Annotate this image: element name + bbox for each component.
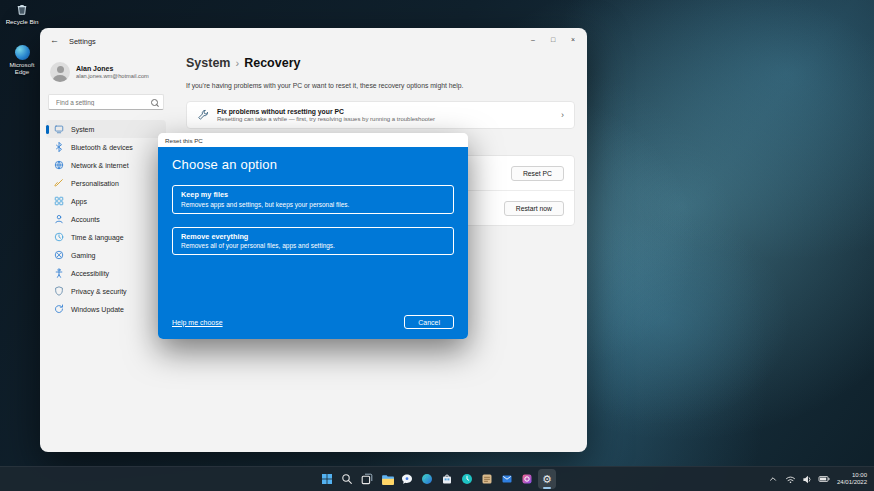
- back-button[interactable]: ←: [50, 36, 59, 45]
- taskbar-icons: ⚙: [318, 467, 556, 491]
- sidebar-item-label: Bluetooth & devices: [71, 144, 133, 151]
- profile-name: Alan Jones: [76, 65, 149, 73]
- reset-this-pc-dialog: Reset this PC Choose an option Keep my f…: [158, 133, 468, 339]
- chevron-right-icon: ›: [235, 57, 239, 69]
- accessibility-icon: [54, 268, 64, 278]
- sidebar-item-label: Network & internet: [71, 162, 129, 169]
- bluetooth-icon: [54, 142, 64, 152]
- sidebar-item-bluetooth-devices[interactable]: Bluetooth & devices: [46, 138, 166, 156]
- photos-app-icon[interactable]: [518, 469, 536, 489]
- start-button[interactable]: [318, 469, 336, 489]
- chevron-right-icon: ›: [561, 110, 564, 120]
- help-me-choose-link[interactable]: Help me choose: [172, 319, 223, 326]
- sidebar-item-label: Gaming: [71, 252, 96, 259]
- sidebar-item-privacy-security[interactable]: Privacy & security: [46, 282, 166, 300]
- card-title: Fix problems without resetting your PC: [217, 108, 553, 115]
- clock-app-icon[interactable]: [458, 469, 476, 489]
- edge-icon: [14, 44, 30, 60]
- settings-sidebar: Alan Jones alan.jones.wm@hotmail.com Sys…: [40, 52, 172, 452]
- clock-icon: [54, 232, 64, 242]
- sidebar-item-network-internet[interactable]: Network & internet: [46, 156, 166, 174]
- profile-email: alan.jones.wm@hotmail.com: [76, 73, 149, 80]
- sidebar-item-label: System: [71, 126, 94, 133]
- window-controls: – □ ×: [523, 32, 583, 46]
- sidebar-item-time-language[interactable]: Time & language: [46, 228, 166, 246]
- sidebar-item-label: Accounts: [71, 216, 100, 223]
- fix-problems-card[interactable]: Fix problems without resetting your PC R…: [186, 101, 575, 129]
- page-title: Recovery: [244, 56, 300, 70]
- sidebar-item-label: Accessibility: [71, 270, 109, 277]
- dialog-heading: Choose an option: [172, 157, 454, 172]
- maximize-button[interactable]: □: [543, 32, 563, 46]
- minimize-button[interactable]: –: [523, 32, 543, 46]
- desktop-icon-recycle-bin[interactable]: Recycle Bin: [2, 1, 42, 25]
- sidebar-item-windows-update[interactable]: Windows Update: [46, 300, 166, 318]
- person-icon: [54, 214, 64, 224]
- brush-icon: [54, 178, 64, 188]
- desktop-icon-microsoft-edge[interactable]: Microsoft Edge: [2, 44, 42, 75]
- sidebar-item-system[interactable]: System: [46, 120, 166, 138]
- mail-app-icon[interactable]: [498, 469, 516, 489]
- search-icon: [151, 99, 158, 106]
- reset-pc-button[interactable]: Reset PC: [511, 166, 564, 181]
- tray-time: 10:00: [837, 472, 867, 479]
- dialog-title: Reset this PC: [165, 137, 203, 144]
- wifi-icon[interactable]: [784, 471, 797, 487]
- option-remove-everything[interactable]: Remove everything Removes all of your pe…: [172, 227, 454, 256]
- sidebar-item-accessibility[interactable]: Accessibility: [46, 264, 166, 282]
- globe-icon: [54, 160, 64, 170]
- task-view-icon[interactable]: [358, 469, 376, 489]
- desktop-icon-label: Microsoft Edge: [2, 61, 42, 75]
- xbox-icon: [54, 250, 64, 260]
- chat-icon[interactable]: [398, 469, 416, 489]
- apps-grid-icon: [54, 196, 64, 206]
- search-icon[interactable]: [338, 469, 356, 489]
- store-icon[interactable]: [438, 469, 456, 489]
- notes-app-icon[interactable]: [478, 469, 496, 489]
- tray-date: 24/01/2022: [837, 479, 867, 486]
- file-explorer-icon[interactable]: [378, 469, 396, 489]
- battery-icon[interactable]: [818, 471, 831, 487]
- shield-icon: [54, 286, 64, 296]
- edge-icon[interactable]: [418, 469, 436, 489]
- window-title: Settings: [69, 37, 96, 46]
- sidebar-item-gaming[interactable]: Gaming: [46, 246, 166, 264]
- card-subtitle: Resetting can take a while — first, try …: [217, 116, 553, 122]
- option-title: Remove everything: [181, 232, 445, 241]
- system-tray: 10:00 24/01/2022: [767, 467, 869, 491]
- gear-icon: ⚙: [542, 474, 552, 485]
- sidebar-item-label: Apps: [71, 198, 87, 205]
- option-keep-my-files[interactable]: Keep my files Removes apps and settings,…: [172, 185, 454, 214]
- settings-search[interactable]: [48, 94, 164, 110]
- dialog-footer: Help me choose Cancel: [172, 315, 454, 329]
- search-input[interactable]: [54, 98, 151, 107]
- update-icon: [54, 304, 64, 314]
- user-profile[interactable]: Alan Jones alan.jones.wm@hotmail.com: [50, 62, 162, 82]
- settings-icon[interactable]: ⚙: [538, 469, 556, 489]
- sidebar-item-accounts[interactable]: Accounts: [46, 210, 166, 228]
- restart-now-button[interactable]: Restart now: [504, 201, 564, 216]
- dialog-titlebar: Reset this PC: [158, 133, 468, 147]
- sidebar-item-label: Privacy & security: [71, 288, 127, 295]
- breadcrumb-system[interactable]: System: [186, 56, 230, 70]
- clock[interactable]: 10:00 24/01/2022: [835, 472, 869, 486]
- recycle-bin-icon: [14, 1, 30, 17]
- sidebar-item-apps[interactable]: Apps: [46, 192, 166, 210]
- breadcrumb: System › Recovery: [186, 56, 575, 70]
- page-description: If you're having problems with your PC o…: [186, 82, 575, 89]
- desktop-icon-label: Recycle Bin: [6, 18, 39, 25]
- chevron-up-icon[interactable]: [767, 471, 780, 487]
- sidebar-item-label: Personalisation: [71, 180, 119, 187]
- cancel-button[interactable]: Cancel: [404, 315, 454, 329]
- sidebar-item-personalisation[interactable]: Personalisation: [46, 174, 166, 192]
- option-description: Removes all of your personal files, apps…: [181, 242, 445, 249]
- sidebar-item-label: Windows Update: [71, 306, 124, 313]
- taskbar: ⚙ 10:00 24/01/2022: [0, 466, 874, 491]
- dialog-body: Choose an option Keep my files Removes a…: [158, 147, 468, 339]
- volume-icon[interactable]: [801, 471, 814, 487]
- system-icon: [54, 124, 64, 134]
- option-description: Removes apps and settings, but keeps you…: [181, 201, 445, 208]
- troubleshoot-icon: [197, 109, 209, 121]
- close-button[interactable]: ×: [563, 32, 583, 46]
- avatar: [50, 62, 70, 82]
